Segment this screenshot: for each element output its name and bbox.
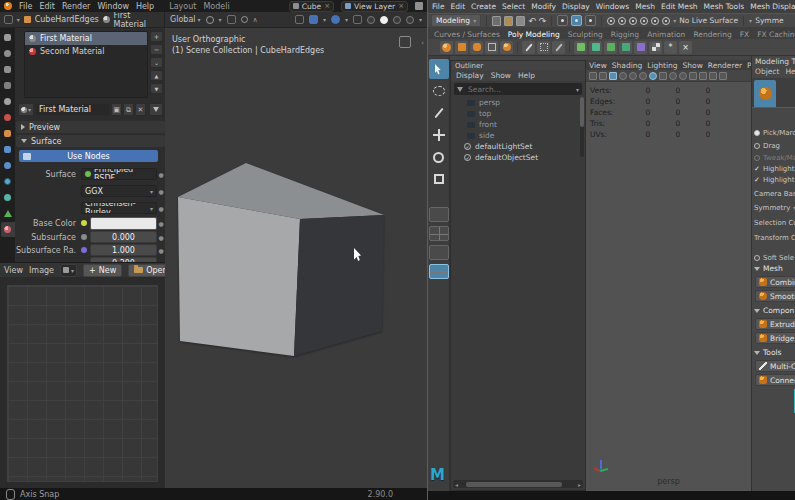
screen-space-ao-icon[interactable] xyxy=(669,72,677,80)
viewport-options-icon[interactable] xyxy=(399,36,411,48)
section-mesh[interactable]: Mesh xyxy=(754,263,795,274)
menu-set-dropdown[interactable]: Modeling▾ xyxy=(431,14,481,27)
tab-scene[interactable] xyxy=(1,94,15,109)
layout-single-pane-button[interactable] xyxy=(429,207,449,222)
move-tool[interactable] xyxy=(429,125,449,145)
subdiv-mesh-icon[interactable] xyxy=(589,41,602,54)
shelf-tab-poly-modeling[interactable]: Poly Modeling xyxy=(508,30,560,39)
boolean-icon[interactable] xyxy=(604,41,617,54)
bookmark-icon[interactable] xyxy=(599,72,607,80)
slot-specials-button[interactable]: ⌄ xyxy=(150,57,163,68)
shelf-tab-rigging[interactable]: Rigging xyxy=(611,30,639,39)
tab-object-data[interactable] xyxy=(1,206,15,221)
distribution-dropdown[interactable]: GGX▾ xyxy=(81,185,157,197)
menu-help[interactable]: Help xyxy=(136,2,154,11)
select-object-icon[interactable] xyxy=(571,15,582,26)
shelf-tab-curves-surfaces[interactable]: Curves / Surfaces xyxy=(434,30,500,39)
menu-display[interactable]: Display xyxy=(456,71,484,80)
editor-type-icon[interactable] xyxy=(4,15,13,24)
isolate-select-icon[interactable] xyxy=(689,72,697,80)
poly-sphere-icon[interactable] xyxy=(440,41,453,54)
menu-object[interactable]: Object xyxy=(755,67,779,76)
poly-plane-icon[interactable] xyxy=(485,41,498,54)
breadcrumb-material[interactable]: First Material xyxy=(114,12,164,27)
new-view-layer-icon[interactable] xyxy=(415,2,423,10)
blender-logo-icon[interactable] xyxy=(4,2,12,10)
menu-help[interactable]: Help xyxy=(518,71,535,80)
move-slot-up-button[interactable]: ▲ xyxy=(150,70,163,81)
maya-viewport[interactable]: View Shading Lighting Show Renderer Pane… xyxy=(586,60,751,491)
snap-point-icon[interactable] xyxy=(629,17,637,25)
outliner-item-front[interactable]: front xyxy=(451,119,585,130)
option-selection-constraint[interactable]: Selection Con xyxy=(754,217,795,228)
animate-dot-icon[interactable]: ● xyxy=(157,205,165,212)
poly-cylinder-icon[interactable] xyxy=(470,41,483,54)
tab-view-layer[interactable] xyxy=(1,78,15,93)
snap-magnet-icon[interactable] xyxy=(227,15,236,24)
menu-help[interactable]: Help xyxy=(785,67,795,76)
image-plane-icon[interactable] xyxy=(609,72,617,80)
preview-panel-header[interactable]: Preview xyxy=(16,121,165,133)
workspace-tab-modeling[interactable]: Modeli xyxy=(203,2,229,11)
filter-dropdown[interactable] xyxy=(149,103,163,116)
option-drag[interactable]: Drag xyxy=(754,140,795,151)
option-camera-based[interactable]: Camera Based xyxy=(754,188,795,199)
curve-pencil-icon[interactable] xyxy=(522,41,535,54)
search-input[interactable] xyxy=(466,84,573,95)
browse-material-button[interactable]: ▾ xyxy=(18,103,34,116)
smooth-button[interactable]: Smooth xyxy=(755,290,795,302)
menu-show[interactable]: Show xyxy=(491,71,511,80)
shaded-icon[interactable] xyxy=(619,72,627,80)
sparkle-cube-icon[interactable] xyxy=(634,41,647,54)
move-slot-down-button[interactable]: ▼ xyxy=(150,83,163,94)
menu-edit[interactable]: Edit xyxy=(39,2,55,11)
undo-icon[interactable]: ↶ xyxy=(528,16,536,26)
textured-icon[interactable] xyxy=(629,72,637,80)
image-editor-canvas[interactable] xyxy=(7,285,158,482)
combine-button[interactable]: Combine xyxy=(755,276,795,288)
tab-modifiers[interactable] xyxy=(1,142,15,157)
menu-select[interactable]: Select xyxy=(502,2,525,11)
shading-material-icon[interactable] xyxy=(393,16,401,24)
menu-display[interactable]: Display xyxy=(562,2,590,11)
snap-projected-center-icon[interactable] xyxy=(640,17,648,25)
motion-blur-icon[interactable] xyxy=(679,72,687,80)
tab-object[interactable] xyxy=(1,126,15,141)
wireframe-on-shaded-icon[interactable] xyxy=(639,72,647,80)
tab-output[interactable] xyxy=(1,62,15,77)
sidebar-collapse-icon[interactable]: ‹ xyxy=(421,39,424,47)
outliner-item-side[interactable]: side xyxy=(451,130,585,141)
sss-method-dropdown[interactable]: Christensen-Burley▾ xyxy=(81,202,157,214)
tab-physics[interactable] xyxy=(1,174,15,189)
shadows-icon[interactable] xyxy=(659,72,667,80)
tab-tool[interactable] xyxy=(1,30,15,45)
shelf-tab-fx-caching[interactable]: FX Caching xyxy=(757,30,795,39)
section-tools[interactable]: Tools xyxy=(754,347,795,358)
menu-window[interactable]: Window xyxy=(97,2,129,11)
menu-view[interactable]: View xyxy=(589,61,607,70)
animate-dot-icon[interactable]: ● xyxy=(157,247,165,254)
animate-dot-icon[interactable]: ● xyxy=(157,188,165,195)
multi-cut-button[interactable]: Multi-Cut xyxy=(755,360,795,372)
subsurface-slider[interactable]: 0.000 xyxy=(90,231,157,243)
outliner-item-default-light-set[interactable]: ✓defaultLightSet xyxy=(451,141,585,152)
material-slot-row[interactable]: First Material xyxy=(25,32,147,45)
radius-slider-x[interactable]: 1.000 xyxy=(90,244,157,256)
delete-history-icon[interactable]: × xyxy=(679,41,692,54)
outliner-item-default-object-set[interactable]: ✓defaultObjectSet xyxy=(451,152,585,163)
use-nodes-button[interactable]: Use Nodes xyxy=(19,150,158,162)
symmetry-dropdown[interactable]: Symme xyxy=(755,16,783,25)
camera-attr-icon[interactable] xyxy=(589,72,597,80)
mirror-icon[interactable] xyxy=(619,41,632,54)
shading-rendered-icon[interactable] xyxy=(406,16,414,24)
select-hierarchy-icon[interactable] xyxy=(557,15,568,26)
base-color-swatch[interactable] xyxy=(90,217,157,230)
animate-dot-icon[interactable]: ● xyxy=(157,171,165,178)
scene-unlink-icon[interactable]: × xyxy=(324,2,330,10)
connect-button[interactable]: Connect xyxy=(755,374,795,386)
menu-edit[interactable]: Edit xyxy=(451,2,466,11)
extrude-button[interactable]: Extrude xyxy=(755,318,795,330)
outliner-horizontal-scrollbar[interactable]: ◂▸ xyxy=(453,480,583,488)
outliner-title[interactable]: Outliner xyxy=(451,61,585,70)
option-symmetry[interactable]: Symmetry▾ xyxy=(754,202,795,213)
